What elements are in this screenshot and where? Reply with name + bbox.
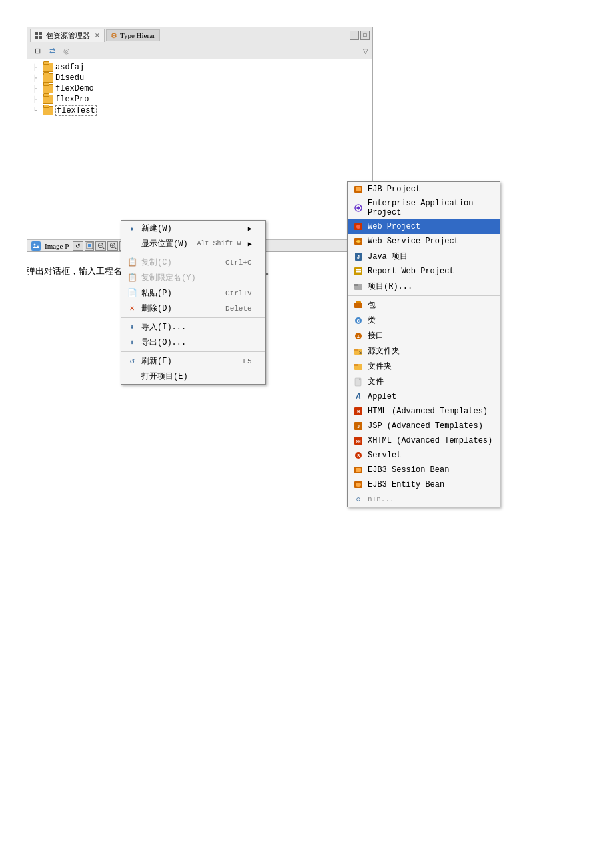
tab-bar: 包资源管理器 ✕ ⚙ Type Hierar ─ □ [27, 27, 372, 43]
location-icon [127, 239, 137, 249]
svg-point-4 [356, 225, 360, 229]
refresh-status-btn[interactable]: ↺ [73, 241, 83, 251]
xhtml-icon: XH [353, 435, 364, 446]
submenu-html[interactable]: H HTML (Advanced Templates) [348, 404, 500, 419]
refresh-icon: ↺ [127, 356, 137, 367]
svg-text:C: C [357, 318, 360, 324]
menu-item-paste[interactable]: 📄 粘贴(P) Ctrl+V [121, 285, 265, 301]
more-icon: ⊕ [353, 494, 364, 505]
folder-icon [43, 63, 53, 72]
image-label: Image P [45, 242, 69, 250]
menu-item-open-project[interactable]: 打开项目(E) [121, 369, 265, 384]
tab-type-hierarchy[interactable]: ⚙ Type Hierar [106, 29, 160, 41]
menu-item-copy-qualified: 📋 复制限定名(Y) [121, 270, 265, 285]
svg-rect-13 [354, 303, 362, 308]
svg-rect-14 [356, 301, 361, 303]
view-menu-button[interactable]: ◎ [61, 46, 73, 57]
arrow-icon: ▶ [248, 225, 252, 233]
interface-icon: I [353, 331, 364, 341]
submenu-package[interactable]: 包 [348, 297, 500, 313]
grid-icon [35, 32, 42, 39]
image-icon [31, 241, 41, 251]
ejb3-session-icon [353, 465, 364, 475]
open-project-icon [127, 371, 137, 382]
tab2-label: Type Hierar [120, 31, 155, 39]
folder-icon [43, 84, 53, 93]
menu-item-import[interactable]: ⬇ 导入(I)... [121, 319, 265, 335]
submenu-project[interactable]: 项目(R)... [348, 279, 500, 294]
minimize-button[interactable]: ─ [350, 31, 359, 40]
menu-item-refresh[interactable]: ↺ 刷新(F) F5 [121, 353, 265, 369]
submenu-applet[interactable]: A Applet [348, 389, 500, 404]
tab-package-explorer[interactable]: 包资源管理器 ✕ [30, 29, 105, 42]
svg-text:XH: XH [356, 439, 361, 444]
collapse-button[interactable]: ⊟ [31, 46, 43, 57]
submenu-web-project[interactable]: Web Project [348, 219, 500, 234]
menu-item-export[interactable]: ⬆ 导出(O)... [121, 335, 265, 350]
type-hier-icon: ⚙ [111, 31, 117, 40]
class-icon: C [353, 315, 364, 326]
folder-icon [43, 73, 53, 83]
menu-item-copy: 📋 复制(C) Ctrl+C [121, 255, 265, 270]
project-icon [353, 281, 364, 292]
svg-rect-20 [354, 349, 358, 351]
svg-text:J: J [357, 424, 360, 429]
tree-item-asdfaj[interactable]: ├ asdfaj [27, 62, 372, 73]
svg-text:I: I [357, 333, 360, 339]
submenu-ejb3-entity[interactable]: EJB3 Entity Bean [348, 477, 500, 492]
maximize-button[interactable]: □ [360, 31, 370, 40]
import-icon: ⬇ [127, 322, 137, 333]
toolbar: ⊟ ⇄ ◎ ▽ [27, 43, 372, 59]
tree-label: flexDemo [55, 84, 94, 93]
submenu-file[interactable]: 文件 [348, 374, 500, 389]
submenu-interface[interactable]: I 接口 [348, 328, 500, 343]
submenu-ejb-project[interactable]: EJB Project [348, 182, 500, 197]
web-project-icon [353, 221, 364, 232]
menu-item-new[interactable]: ✦ 新建(W) ▶ [121, 221, 265, 236]
submenu-source-folder[interactable]: S 源文件夹 [348, 343, 500, 359]
svg-line-42 [103, 247, 105, 249]
java-icon: J [353, 251, 364, 262]
submenu-more[interactable]: ⊕ nTn... [348, 492, 500, 507]
zoom-in-btn[interactable] [107, 241, 118, 251]
paste-icon: 📄 [127, 288, 137, 299]
submenu-report-web-project[interactable]: Report Web Project [348, 264, 500, 279]
svg-line-45 [115, 247, 117, 249]
ejb-icon [353, 184, 364, 195]
dropdown-button[interactable]: ▽ [363, 47, 368, 55]
svg-point-36 [356, 483, 361, 487]
servlet-icon: S [353, 450, 364, 461]
link-button[interactable]: ⇄ [46, 46, 58, 57]
tree-area: ├ asdfaj ├ Disedu ├ flexDemo ├ f [27, 59, 372, 239]
tree-item-disedu[interactable]: ├ Disedu [27, 73, 372, 83]
submenu-web-service-project[interactable]: Web Service Project [348, 234, 500, 249]
package-icon [353, 300, 364, 311]
tree-label: flexTest [55, 105, 97, 116]
submenu-enterprise-project[interactable]: Enterprise Application Project [348, 197, 500, 219]
tab1-close-icon[interactable]: ✕ [95, 32, 100, 39]
new-icon: ✦ [127, 223, 137, 234]
folder-icon [43, 106, 53, 115]
tree-item-flextest[interactable]: └ flexTest [27, 105, 372, 117]
submenu-jsp[interactable]: J JSP (Advanced Templates) [348, 419, 500, 433]
submenu-folder[interactable]: 文件夹 [348, 359, 500, 374]
svg-rect-9 [356, 269, 361, 271]
arrow-icon: ▶ [248, 240, 252, 248]
html-icon: H [353, 406, 364, 417]
zoom-out-btn[interactable] [95, 241, 106, 251]
tree-item-flexpro[interactable]: ├ flexPro [27, 94, 372, 105]
menu-item-delete[interactable]: ✕ 删除(D) Delete [121, 301, 265, 316]
submenu-servlet[interactable]: S Servlet [348, 448, 500, 463]
enterprise-icon [353, 203, 364, 213]
svg-text:S: S [357, 453, 360, 459]
submenu-java-project[interactable]: J Java 项目 [348, 249, 500, 264]
web-service-icon [353, 236, 364, 247]
submenu-xhtml[interactable]: XH XHTML (Advanced Templates) [348, 433, 500, 448]
menu-area: ✦ 新建(W) ▶ 显示位置(W) Alt+Shift+W ▶ [27, 117, 372, 237]
submenu-class[interactable]: C 类 [348, 313, 500, 328]
tree-item-flexdemo[interactable]: ├ flexDemo [27, 83, 372, 94]
submenu-ejb3-session[interactable]: EJB3 Session Bean [348, 463, 500, 477]
menu-item-show-location[interactable]: 显示位置(W) Alt+Shift+W ▶ [121, 236, 265, 251]
ide-window: 包资源管理器 ✕ ⚙ Type Hierar ─ □ ⊟ [27, 27, 373, 252]
zoom-fit-btn[interactable] [85, 241, 94, 251]
